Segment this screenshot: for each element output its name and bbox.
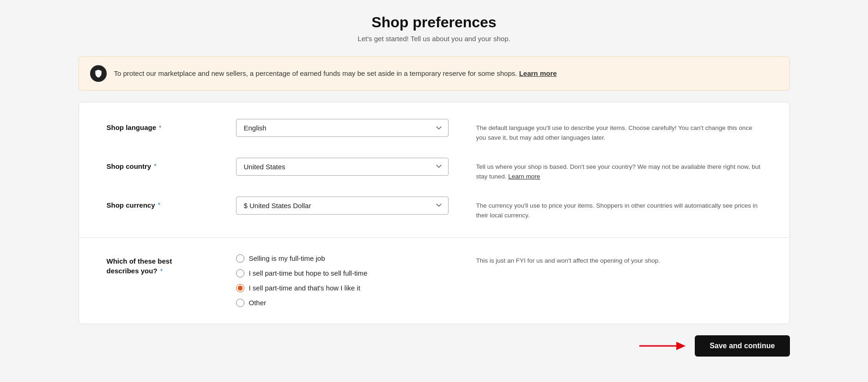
currency-label-col: Shop currency *: [107, 197, 236, 209]
radio-other-input[interactable]: [236, 299, 244, 307]
page-wrapper: Shop preferences Let's get started! Tell…: [0, 0, 868, 382]
language-row: Shop language * English French German Sp…: [107, 119, 762, 143]
notice-banner: To protect our marketplace and new selle…: [79, 56, 790, 91]
country-learn-more-link[interactable]: Learn more: [508, 173, 540, 180]
radio-options-col: Selling is my full-time job I sell part-…: [236, 254, 449, 307]
main-card: Shop language * English French German Sp…: [79, 102, 790, 324]
page-title: Shop preferences: [371, 14, 496, 31]
currency-row: Shop currency * $ United States Dollar €…: [107, 197, 762, 221]
country-hint-col: Tell us where your shop is based. Don't …: [449, 158, 762, 182]
shield-icon: [90, 65, 107, 82]
country-label-col: Shop country *: [107, 158, 236, 170]
radio-parttime-hopeful-label: I sell part-time but hope to sell full-t…: [249, 269, 368, 277]
currency-label: Shop currency: [107, 201, 155, 209]
country-control-col: United States United Kingdom Canada Aust…: [236, 158, 449, 176]
currency-hint-col: The currency you'll use to price your it…: [449, 197, 762, 221]
language-control-col: English French German Spanish Italian: [236, 119, 449, 137]
country-hint: Tell us where your shop is based. Don't …: [476, 162, 762, 182]
country-select[interactable]: United States United Kingdom Canada Aust…: [236, 158, 449, 176]
language-hint-col: The default language you'll use to descr…: [449, 119, 762, 143]
radio-label-col: Which of these best describes you? *: [107, 254, 236, 276]
radio-fulltime-input[interactable]: [236, 254, 244, 263]
country-required: *: [154, 162, 156, 170]
radio-hint: This is just an FYI for us and won't aff…: [476, 256, 762, 266]
radio-option-fulltime[interactable]: Selling is my full-time job: [236, 254, 449, 263]
country-label: Shop country: [107, 162, 152, 170]
radio-fulltime-label: Selling is my full-time job: [249, 254, 325, 262]
radio-option-other[interactable]: Other: [236, 299, 449, 307]
footer-row: Save and continue: [79, 335, 790, 357]
radio-option-parttime-happy[interactable]: I sell part-time and that's how I like i…: [236, 284, 449, 292]
radio-other-label: Other: [249, 299, 267, 307]
language-label: Shop language: [107, 123, 157, 131]
radio-option-parttime-hopeful[interactable]: I sell part-time but hope to sell full-t…: [236, 269, 449, 277]
currency-select[interactable]: $ United States Dollar € Euro £ British …: [236, 197, 449, 215]
country-row: Shop country * United States United King…: [107, 158, 762, 182]
page-subtitle: Let's get started! Tell us about you and…: [358, 35, 510, 43]
currency-hint: The currency you'll use to price your it…: [476, 201, 762, 221]
language-label-col: Shop language *: [107, 119, 236, 131]
svg-marker-1: [676, 342, 686, 350]
save-continue-button[interactable]: Save and continue: [695, 335, 789, 357]
radio-parttime-happy-input[interactable]: [236, 284, 244, 292]
form-section: Shop language * English French German Sp…: [79, 102, 789, 238]
notice-text: To protect our marketplace and new selle…: [114, 68, 557, 79]
radio-parttime-happy-label: I sell part-time and that's how I like i…: [249, 284, 360, 292]
radio-hint-col: This is just an FYI for us and won't aff…: [449, 254, 762, 266]
currency-control-col: $ United States Dollar € Euro £ British …: [236, 197, 449, 215]
notice-learn-more-link[interactable]: Learn more: [519, 69, 557, 77]
radio-row: Which of these best describes you? * Sel…: [107, 254, 762, 307]
language-hint: The default language you'll use to descr…: [476, 123, 762, 143]
language-required: *: [159, 124, 161, 131]
save-arrow-indicator: [639, 339, 686, 352]
currency-required: *: [158, 201, 160, 209]
footer-area: Save and continue: [79, 324, 790, 361]
radio-required: *: [160, 267, 163, 275]
language-select[interactable]: English French German Spanish Italian: [236, 119, 449, 137]
radio-parttime-hopeful-input[interactable]: [236, 269, 244, 277]
radio-section: Which of these best describes you? * Sel…: [79, 238, 789, 324]
